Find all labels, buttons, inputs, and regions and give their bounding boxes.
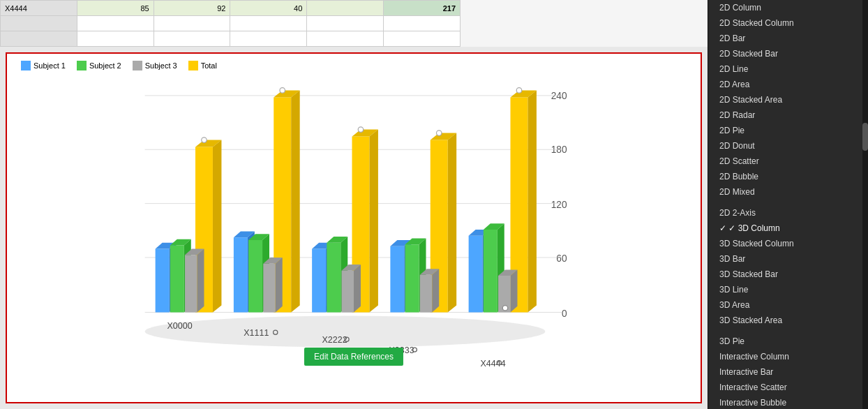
svg-text:60: 60 bbox=[556, 253, 567, 264]
sidebar-item-2d-line[interactable]: 2D Line bbox=[708, 61, 868, 77]
svg-point-76 bbox=[502, 306, 507, 311]
chart-type-sidebar: 2D Column2D Stacked Column2D Bar2D Stack… bbox=[708, 0, 868, 409]
svg-point-27 bbox=[280, 88, 285, 93]
svg-marker-75 bbox=[511, 269, 518, 312]
legend-total: Total bbox=[188, 61, 217, 70]
svg-marker-13 bbox=[213, 140, 221, 313]
data-table: X4444 85 92 40 217 bbox=[0, 0, 461, 47]
svg-marker-23 bbox=[197, 248, 204, 312]
sidebar-divider-21 bbox=[708, 328, 868, 334]
chart-body: 240 180 120 60 0 bbox=[7, 75, 701, 388]
svg-marker-21 bbox=[185, 255, 197, 312]
table-row-empty2 bbox=[1, 31, 461, 47]
chart-svg: 240 180 120 60 0 bbox=[7, 75, 701, 388]
svg-marker-31 bbox=[248, 240, 262, 313]
svg-marker-54 bbox=[390, 246, 404, 313]
table-row: X4444 85 92 40 217 bbox=[1, 1, 461, 16]
sidebar-item-3d-line[interactable]: 3D Line bbox=[708, 282, 868, 297]
sidebar-item-3d-bar[interactable]: 3D Bar bbox=[708, 251, 868, 267]
table-row-empty1 bbox=[1, 16, 461, 31]
svg-marker-65 bbox=[527, 90, 536, 312]
sidebar-item-2d-mixed[interactable]: 2D Mixed bbox=[708, 184, 868, 200]
svg-marker-49 bbox=[354, 265, 361, 313]
bar-group-x4444 bbox=[469, 88, 537, 313]
chart-type-list: 2D Column2D Stacked Column2D Bar2D Stack… bbox=[708, 0, 868, 409]
svg-text:180: 180 bbox=[551, 144, 567, 155]
sidebar-item-2d-donut[interactable]: 2D Donut bbox=[708, 138, 868, 154]
svg-marker-70 bbox=[484, 230, 497, 312]
sidebar-item-2d-stacked-area[interactable]: 2D Stacked Area bbox=[708, 92, 868, 107]
sidebar-item-2d-radar[interactable]: 2D Radar bbox=[708, 107, 868, 123]
svg-text:X4444: X4444 bbox=[481, 359, 506, 369]
svg-point-14 bbox=[202, 137, 207, 142]
svg-point-66 bbox=[516, 88, 521, 93]
svg-text:240: 240 bbox=[551, 91, 567, 101]
svg-text:X0000: X0000 bbox=[167, 321, 193, 331]
sidebar-item-2d-area[interactable]: 2D Area bbox=[708, 77, 868, 92]
svg-marker-15 bbox=[156, 248, 170, 312]
sidebar-divider-13 bbox=[708, 200, 868, 205]
sidebar-item-2d-column[interactable]: 2D Column bbox=[708, 0, 868, 15]
cell-v4 bbox=[307, 1, 384, 16]
sidebar-item-3d-pie[interactable]: 3D Pie bbox=[708, 334, 868, 349]
sidebar-item-2d-bubble[interactable]: 2D Bubble bbox=[708, 169, 868, 184]
sidebar-item-3d-stacked-area[interactable]: 3D Stacked Area bbox=[708, 313, 868, 328]
cell-v2: 92 bbox=[154, 1, 230, 16]
sidebar-item-3d-stacked-column[interactable]: 3D Stacked Column bbox=[708, 236, 868, 251]
scrollbar-thumb[interactable] bbox=[862, 123, 868, 151]
sidebar-item-interactive-bubble[interactable]: Interactive Bubble bbox=[708, 395, 868, 409]
sidebar-item-2d-2-axis[interactable]: 2D 2-Axis bbox=[708, 205, 868, 221]
legend-label-subject3: Subject 3 bbox=[145, 61, 177, 70]
svg-marker-26 bbox=[291, 90, 299, 312]
sidebar-item-interactive-bar[interactable]: Interactive Bar bbox=[708, 364, 868, 380]
legend-subject3: Subject 3 bbox=[133, 61, 177, 70]
svg-text:120: 120 bbox=[551, 200, 567, 210]
legend-color-subject2 bbox=[77, 61, 87, 70]
sidebar-item-3d-area[interactable]: 3D Area bbox=[708, 297, 868, 313]
svg-marker-41 bbox=[312, 248, 326, 312]
cell-total: 217 bbox=[384, 1, 461, 16]
svg-point-40 bbox=[358, 127, 363, 132]
edit-data-button[interactable]: Edit Data References bbox=[304, 348, 403, 366]
chart-container: Subject 1 Subject 2 Subject 3 Total 240 … bbox=[6, 52, 702, 403]
legend-color-subject1 bbox=[21, 61, 31, 70]
sidebar-item-2d-bar[interactable]: 2D Bar bbox=[708, 31, 868, 46]
svg-marker-47 bbox=[342, 271, 354, 313]
legend-subject2: Subject 2 bbox=[77, 61, 121, 70]
svg-text:X2222: X2222 bbox=[322, 335, 347, 345]
svg-text:X1111: X1111 bbox=[244, 328, 269, 338]
sidebar-item-interactive-column[interactable]: Interactive Column bbox=[708, 349, 868, 364]
svg-text:0: 0 bbox=[562, 308, 567, 319]
svg-marker-28 bbox=[234, 237, 248, 312]
sidebar-item-2d-stacked-bar[interactable]: 2D Stacked Bar bbox=[708, 46, 868, 61]
table-area: X4444 85 92 40 217 bbox=[0, 0, 708, 47]
chart-legend: Subject 1 Subject 2 Subject 3 Total bbox=[7, 54, 701, 75]
svg-marker-18 bbox=[170, 245, 184, 312]
svg-marker-62 bbox=[432, 269, 439, 312]
sidebar-item-2d-stacked-column[interactable]: 2D Stacked Column bbox=[708, 15, 868, 31]
cell-v1: 85 bbox=[77, 1, 154, 16]
svg-marker-52 bbox=[448, 133, 456, 313]
svg-marker-57 bbox=[405, 244, 419, 312]
legend-label-total: Total bbox=[201, 61, 217, 70]
legend-label-subject2: Subject 2 bbox=[89, 61, 121, 70]
svg-marker-39 bbox=[369, 130, 377, 313]
svg-marker-67 bbox=[469, 236, 483, 313]
scrollbar-track[interactable] bbox=[862, 0, 868, 409]
svg-marker-60 bbox=[420, 275, 432, 313]
sidebar-item-2d-pie[interactable]: 2D Pie bbox=[708, 123, 868, 138]
svg-marker-44 bbox=[327, 243, 341, 313]
main-area: X4444 85 92 40 217 bbox=[0, 0, 708, 409]
bar-group-x2222 bbox=[312, 127, 378, 313]
sidebar-item-3d-stacked-bar[interactable]: 3D Stacked Bar bbox=[708, 267, 868, 282]
legend-color-subject3 bbox=[133, 61, 142, 70]
sidebar-item-interactive-scatter[interactable]: Interactive Scatter bbox=[708, 380, 868, 395]
bar-group-x1111 bbox=[234, 88, 300, 313]
svg-point-53 bbox=[436, 131, 441, 135]
svg-marker-36 bbox=[276, 258, 283, 313]
legend-subject1: Subject 1 bbox=[21, 61, 66, 70]
legend-label-subject1: Subject 1 bbox=[33, 61, 66, 70]
sidebar-item-2d-scatter[interactable]: 2D Scatter bbox=[708, 154, 868, 169]
bar-group-x3333 bbox=[390, 131, 456, 313]
sidebar-item-3d-column[interactable]: ✓ 3D Column bbox=[708, 221, 868, 236]
